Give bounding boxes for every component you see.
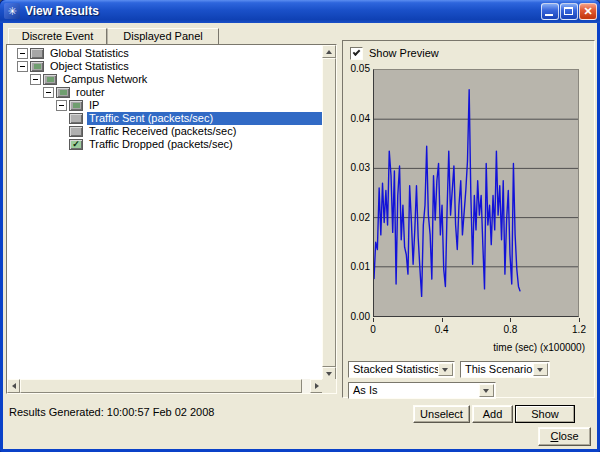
- y-tick-label: 0.03: [343, 162, 370, 173]
- stat-group-green-icon[interactable]: [43, 74, 57, 85]
- x-tick-label: 0.4: [427, 324, 457, 335]
- stat-group-green-icon[interactable]: [30, 61, 44, 72]
- expander-minus-icon[interactable]: [43, 87, 54, 98]
- tree-item[interactable]: Campus Network: [7, 73, 323, 86]
- chevron-down-icon: [483, 389, 489, 393]
- tree-item[interactable]: Traffic Received (packets/sec): [7, 125, 323, 138]
- tree-item-label: Global Statistics: [48, 47, 323, 60]
- arrow-right-icon: [315, 383, 319, 389]
- tree-item[interactable]: Object Statistics: [7, 60, 323, 73]
- close-button-label: lose: [558, 430, 578, 442]
- expander-minus-icon[interactable]: [30, 74, 41, 85]
- dropdown-button[interactable]: [438, 363, 453, 376]
- x-tick-label: 0.8: [495, 324, 525, 335]
- scenario-combo[interactable]: This Scenario: [460, 361, 550, 378]
- tree-item-label: IP: [87, 99, 323, 112]
- statistics-tree-panel: Global StatisticsObject StatisticsCampus…: [6, 44, 337, 394]
- y-tick-label: 0.05: [343, 63, 370, 74]
- tab-displayed-panel-graphs[interactable]: Displayed Panel Graphs: [107, 28, 219, 45]
- tree-item[interactable]: ✓Traffic Dropped (packets/sec): [7, 138, 323, 151]
- scenario-value: This Scenario: [465, 363, 532, 376]
- expander-minus-icon[interactable]: [17, 61, 28, 72]
- horizontal-scrollbar[interactable]: [7, 379, 323, 393]
- stat-checked-green-icon[interactable]: ✓: [69, 139, 83, 150]
- tree-item-label: Campus Network: [61, 73, 323, 86]
- show-button[interactable]: Show: [515, 405, 575, 423]
- status-bar-text: Results Generated: 10:00:57 Feb 02 2008: [9, 406, 214, 418]
- transform-value: As Is: [353, 384, 377, 397]
- vertical-scroll-thumb[interactable]: [322, 58, 336, 367]
- x-tick-label: 1.2: [564, 324, 594, 335]
- app-icon: ✳: [4, 3, 20, 19]
- preview-panel: Show Preview 0.050.040.030.020.010.00 00…: [342, 40, 595, 398]
- x-tick-mark: [442, 318, 443, 322]
- tree-item[interactable]: router: [7, 86, 323, 99]
- expander-minus-icon[interactable]: [56, 100, 67, 111]
- tree-item[interactable]: Traffic Sent (packets/sec): [7, 112, 323, 125]
- unselect-button[interactable]: Unselect: [413, 405, 470, 423]
- tree-item-label: Traffic Sent (packets/sec): [87, 112, 323, 125]
- tree-item[interactable]: IP: [7, 99, 323, 112]
- close-window-button[interactable]: ✕: [579, 3, 597, 20]
- statistics-mode-value: Stacked Statistics: [353, 363, 440, 376]
- stat-group-green-icon[interactable]: [56, 87, 70, 98]
- tree-item[interactable]: Global Statistics: [7, 47, 323, 60]
- scroll-up-button[interactable]: [322, 45, 336, 58]
- add-button[interactable]: Add: [472, 405, 513, 423]
- show-preview-label: Show Preview: [369, 47, 439, 59]
- close-button[interactable]: Close: [538, 427, 591, 446]
- horizontal-scroll-thumb[interactable]: [20, 379, 302, 393]
- results-tree: Global StatisticsObject StatisticsCampus…: [7, 45, 323, 380]
- view-results-window: ✳ View Results ✕ Discrete Event Graphs D…: [0, 0, 600, 452]
- y-tick-label: 0.01: [343, 261, 370, 272]
- x-tick-label: 0: [358, 324, 388, 335]
- arrow-up-icon: [326, 50, 332, 54]
- transform-combo[interactable]: As Is: [348, 382, 496, 399]
- scroll-left-button[interactable]: [7, 379, 20, 393]
- chevron-down-icon: [442, 368, 448, 372]
- tab-discrete-event-graphs[interactable]: Discrete Event Graphs: [8, 28, 107, 45]
- dropdown-button[interactable]: [533, 363, 548, 376]
- tree-item-label: Traffic Dropped (packets/sec): [87, 138, 323, 151]
- chevron-down-icon: [537, 368, 543, 372]
- scrollbar-corner: [322, 379, 336, 393]
- tree-item-label: router: [74, 86, 323, 99]
- maximize-icon: [564, 7, 573, 15]
- statistics-mode-combo[interactable]: Stacked Statistics: [348, 361, 455, 378]
- maximize-button[interactable]: [560, 3, 578, 20]
- preview-chart: [373, 69, 579, 317]
- minimize-icon: [545, 14, 553, 16]
- y-tick-label: 0.04: [343, 113, 370, 124]
- stat-unchecked-icon[interactable]: [69, 126, 83, 137]
- expander-minus-icon[interactable]: [17, 48, 28, 59]
- arrow-down-icon: [326, 372, 332, 376]
- tree-item-label: Object Statistics: [48, 60, 323, 73]
- show-preview-checkbox[interactable]: [350, 47, 363, 60]
- x-tick-mark: [510, 318, 511, 322]
- minimize-button[interactable]: [541, 3, 559, 20]
- stat-unchecked-icon[interactable]: [69, 113, 83, 124]
- traffic-sent-line: [374, 90, 520, 297]
- x-tick-mark: [579, 318, 580, 322]
- stat-group-gray-icon[interactable]: [30, 48, 44, 59]
- window-title: View Results: [25, 4, 99, 18]
- title-bar[interactable]: ✳ View Results ✕: [0, 0, 600, 23]
- x-axis-caption: time (sec) (x100000): [493, 342, 585, 353]
- tree-item-label: Traffic Received (packets/sec): [87, 125, 323, 138]
- stat-group-green-icon[interactable]: [69, 100, 83, 111]
- vertical-scrollbar[interactable]: [322, 45, 336, 381]
- check-icon: [353, 48, 361, 56]
- y-tick-label: 0.00: [343, 311, 370, 322]
- dropdown-button[interactable]: [479, 384, 494, 397]
- arrow-left-icon: [12, 383, 16, 389]
- dialog-body: Discrete Event Graphs Displayed Panel Gr…: [3, 23, 597, 449]
- y-tick-label: 0.02: [343, 212, 370, 223]
- x-tick-mark: [373, 318, 374, 322]
